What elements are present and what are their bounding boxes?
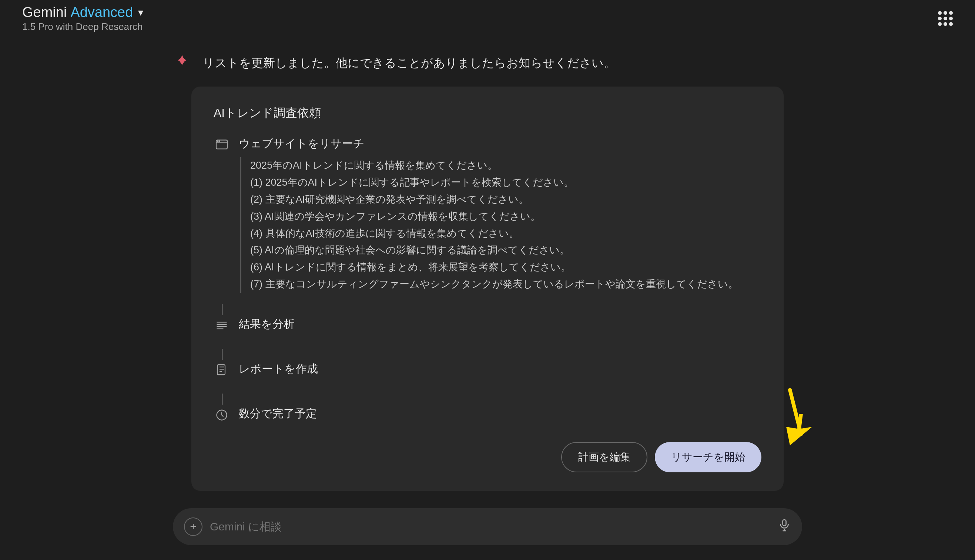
brand-advanced: Advanced [70, 5, 133, 20]
apps-menu-icon[interactable] [938, 11, 953, 26]
step-web-research-label: ウェブサイトをリサーチ [239, 136, 761, 151]
response-text: リストを更新しました。他にできることがありましたらお知らせください。 [202, 52, 615, 72]
step-analyze-label: 結果を分析 [239, 317, 761, 332]
main-content: リストを更新しました。他にできることがありましたらお知らせください。 AIトレン… [0, 37, 975, 501]
step-analyze-content: 結果を分析 [239, 317, 761, 338]
step-detail-3: (3) AI関連の学会やカンファレンスの情報を収集してください。 [250, 208, 761, 225]
edit-plan-button[interactable]: 計画を編集 [561, 442, 647, 472]
step-detail-6: (6) AIトレンドに関する情報をまとめ、将来展望を考察してください。 [250, 259, 761, 276]
step-divider-2 [222, 349, 223, 360]
step-divider-3 [222, 393, 223, 405]
document-icon [214, 362, 230, 378]
response-message: リストを更新しました。他にできることがありましたらお知らせください。 [173, 52, 802, 72]
svg-rect-7 [217, 365, 225, 375]
card-title: AIトレンド調査依頼 [214, 105, 761, 121]
gemini-star-icon [173, 53, 191, 72]
microphone-icon[interactable] [778, 518, 791, 535]
svg-marker-22 [786, 414, 812, 445]
step-time: 数分で完了予定 [214, 406, 761, 427]
yellow-arrow-annotation [768, 386, 812, 445]
step-time-content: 数分で完了予定 [239, 406, 761, 427]
input-area: + [0, 501, 975, 560]
svg-point-2 [219, 140, 220, 141]
step-web-research-content: ウェブサイトをリサーチ 2025年のAIトレンドに関する情報を集めてください。 … [239, 136, 761, 293]
step-web-research-details: 2025年のAIトレンドに関する情報を集めてください。 (1) 2025年のAI… [240, 157, 761, 293]
step-report-content: レポートを作成 [239, 362, 761, 382]
step-report-label: レポートを作成 [239, 362, 761, 377]
header-title: Gemini Advanced ▾ [22, 5, 143, 20]
clock-icon [214, 407, 230, 423]
list-icon [214, 317, 230, 333]
add-attachment-button[interactable]: + [184, 517, 202, 536]
step-detail-4: (4) 具体的なAI技術の進歩に関する情報を集めてください。 [250, 225, 761, 242]
step-web-research: ウェブサイトをリサーチ 2025年のAIトレンドに関する情報を集めてください。 … [214, 136, 761, 293]
step-time-label: 数分で完了予定 [239, 406, 761, 421]
step-report: レポートを作成 [214, 362, 761, 382]
header-left: Gemini Advanced ▾ 1.5 Pro with Deep Rese… [22, 5, 143, 33]
svg-rect-23 [783, 520, 786, 526]
header: Gemini Advanced ▾ 1.5 Pro with Deep Rese… [0, 0, 975, 37]
step-detail-5: (5) AIの倫理的な問題や社会への影響に関する議論を調べてください。 [250, 242, 761, 259]
input-container: + [173, 508, 802, 545]
step-analyze: 結果を分析 [214, 317, 761, 338]
step-detail-7: (7) 主要なコンサルティングファームやシンクタンクが発表しているレポートや論文… [250, 276, 761, 293]
header-subtitle: 1.5 Pro with Deep Research [22, 21, 143, 33]
step-divider-1 [222, 304, 223, 315]
start-research-button[interactable]: リサーチを開始 [655, 442, 761, 472]
svg-point-1 [217, 140, 218, 141]
step-detail-2: (2) 主要なAI研究機関や企業の発表や予測を調べてください。 [250, 191, 761, 208]
chat-input[interactable] [210, 520, 770, 533]
browser-icon [214, 137, 230, 153]
dropdown-icon[interactable]: ▾ [138, 6, 143, 18]
research-card: AIトレンド調査依頼 ウェブサイトをリサーチ 2025年のAIトレンドに関する情… [191, 87, 784, 491]
step-detail-1: (1) 2025年のAIトレンドに関する記事やレポートを検索してください。 [250, 174, 761, 191]
card-buttons: 計画を編集 リサーチを開始 [214, 442, 761, 472]
brand-gemini: Gemini [22, 5, 67, 20]
step-detail-main: 2025年のAIトレンドに関する情報を集めてください。 [250, 157, 761, 174]
